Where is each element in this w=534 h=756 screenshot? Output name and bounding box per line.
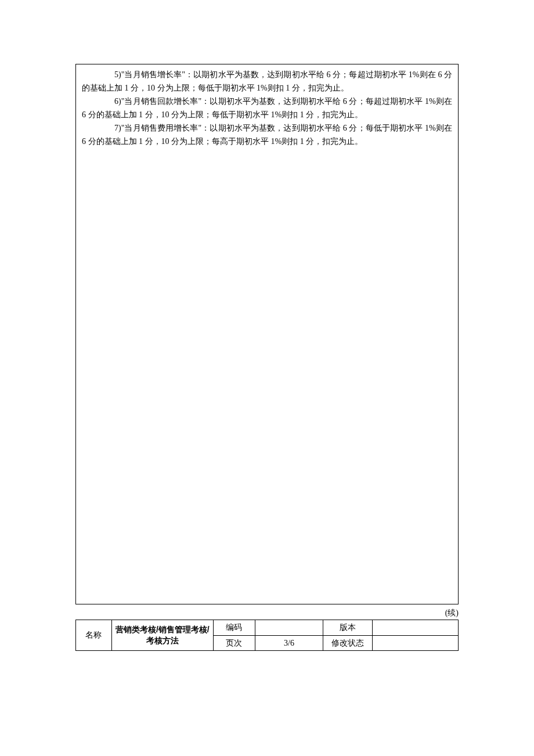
footer-code-value: [255, 620, 323, 636]
footer-revision-value: [373, 635, 459, 651]
footer-version-value: [373, 620, 459, 636]
footer-name-label: 名称: [76, 620, 112, 651]
content-box: 5)"当月销售增长率"：以期初水平为基数，达到期初水平给 6 分；每超过期初水平…: [75, 64, 459, 604]
footer-page-value: 3/6: [255, 635, 323, 651]
continued-label: (续): [75, 608, 459, 618]
footer-version-label: 版本: [323, 620, 373, 636]
footer-page-label: 页次: [213, 635, 255, 651]
body-item-6: 6)"当月销售回款增长率"：以期初水平为基数，达到期初水平给 6 分；每超过期初…: [82, 95, 452, 121]
footer-code-label: 编码: [213, 620, 255, 636]
body-item-5: 5)"当月销售增长率"：以期初水平为基数，达到期初水平给 6 分；每超过期初水平…: [82, 68, 452, 95]
page-container: 5)"当月销售增长率"：以期初水平为基数，达到期初水平给 6 分；每超过期初水平…: [75, 64, 459, 651]
body-item-7: 7)"当月销售费用增长率"：以期初水平为基数，达到期初水平给 6 分；每低于期初…: [82, 121, 452, 148]
footer-revision-label: 修改状态: [323, 635, 373, 651]
footer-table: 名称 营销类考核/销售管理考核/考核方法 编码 版本 页次 3/6 修改状态: [75, 620, 459, 651]
footer-title: 营销类考核/销售管理考核/考核方法: [111, 620, 213, 651]
table-row: 名称 营销类考核/销售管理考核/考核方法 编码 版本: [76, 620, 459, 636]
